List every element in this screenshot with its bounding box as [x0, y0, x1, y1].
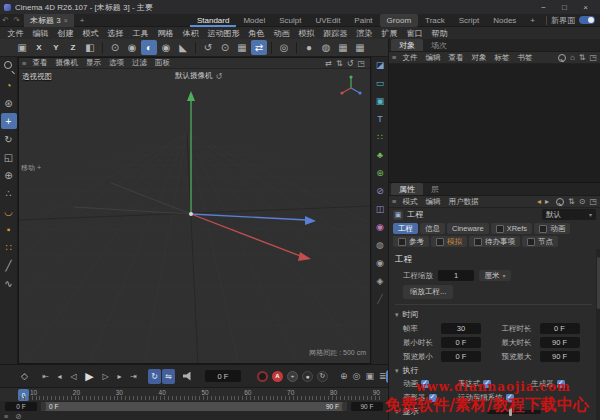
play-backward-button[interactable]: ◂ — [53, 369, 66, 384]
layout-tab[interactable]: Script — [452, 14, 486, 27]
polygon-mode[interactable]: ▪ — [1, 221, 17, 237]
layout-tab[interactable]: Track — [418, 14, 452, 27]
spline-sketch-tool[interactable]: ∿ — [1, 275, 17, 291]
field-value[interactable]: 0 F — [441, 337, 481, 348]
scale-tool[interactable]: ◱ — [1, 149, 17, 165]
record-rotation-button[interactable]: ↻ — [317, 371, 328, 382]
status-busy-icon[interactable]: ⊘ — [15, 412, 21, 420]
menu-item[interactable]: 窗口 — [402, 28, 427, 39]
execution-group-header[interactable]: ▾ 执行 — [395, 365, 592, 376]
om-home-icon[interactable]: ⌂ — [570, 53, 575, 62]
viewport-canvas[interactable]: 透视视图 默认摄像机 ↺ 移动 + 网格间距 : 500 cm — [19, 69, 370, 363]
add-document-tab-button[interactable]: + — [74, 16, 91, 25]
render-settings-button[interactable]: ◐ — [141, 40, 157, 55]
om-menu-item[interactable]: 书签 — [513, 53, 536, 63]
time-group-header[interactable]: ▾ 时间 — [395, 309, 592, 320]
document-tab[interactable]: 未标题 3 × — [24, 14, 74, 27]
panel-tab[interactable]: 场次 — [423, 39, 455, 51]
field-value[interactable]: 0 F — [540, 323, 580, 334]
snap-time-icon[interactable]: ⊕ — [340, 371, 348, 381]
rotate-tool[interactable]: ↻ — [1, 131, 17, 147]
vp-pan-icon[interactable]: ⇄ — [325, 59, 332, 68]
history-cycle-icon[interactable]: ⊙ — [217, 40, 233, 55]
keyframe-selection-button[interactable]: + — [287, 371, 298, 382]
am-search-icon[interactable] — [553, 196, 564, 207]
toolbar-icon[interactable] — [271, 42, 272, 54]
am-lock-icon[interactable]: ⊙ — [579, 197, 586, 206]
menu-item[interactable]: 角色 — [244, 28, 269, 39]
asset-browser-icon[interactable]: ◪ — [373, 58, 387, 72]
field-value[interactable]: 30 — [441, 323, 481, 334]
viewport-menu-item[interactable]: 面板 — [151, 58, 174, 68]
setting-tab-button[interactable]: 待办事项 — [469, 236, 520, 247]
layout-tab[interactable]: Groom — [380, 14, 418, 27]
maximize-button[interactable]: □ — [554, 0, 575, 14]
physical-sky-icon[interactable]: ◍ — [373, 238, 387, 252]
vp-dolly-icon[interactable]: ⇅ — [336, 59, 343, 68]
light-object-icon[interactable]: ◈ — [373, 274, 387, 288]
viewport-menu-item[interactable]: 选项 — [105, 58, 128, 68]
layout-tab[interactable]: Sculpt — [272, 14, 308, 27]
menu-item[interactable]: 选择 — [103, 28, 128, 39]
deformer-icon[interactable]: ◫ — [373, 202, 387, 216]
field-icon[interactable]: ⊘ — [373, 184, 387, 198]
project-scale-field[interactable]: 1 — [438, 270, 474, 281]
viewport-menu-item[interactable]: 显示 — [82, 58, 105, 68]
setting-tab-button[interactable]: 节点 — [522, 236, 558, 247]
om-menu-item[interactable]: 编辑 — [421, 53, 444, 63]
timeline-ruler[interactable]: 0 102030405060708090 — [0, 387, 388, 401]
status-menu-icon[interactable]: ≡ — [4, 412, 8, 420]
point-mode[interactable]: ∴ — [1, 185, 17, 201]
coord-system-icon[interactable]: ◧ — [82, 40, 98, 55]
layout-tab[interactable]: Standard — [190, 14, 236, 27]
viewport-menu-item[interactable]: 摄像机 — [51, 58, 82, 68]
setting-tab-button[interactable]: 模拟 — [431, 236, 467, 247]
om-menu-item[interactable]: 对象 — [467, 53, 490, 63]
panel-tab[interactable]: 属性 — [391, 183, 423, 195]
om-filter-icon[interactable]: ⇅ — [579, 53, 586, 62]
am-menu-item[interactable]: 编辑 — [421, 197, 444, 207]
axis-gizmo[interactable] — [339, 74, 363, 98]
mograph-icon[interactable]: ♣ — [373, 148, 387, 162]
landscape-icon[interactable]: ▦ — [335, 40, 351, 55]
vp-orbit-icon[interactable]: ↺ — [347, 59, 354, 68]
cloner-icon[interactable]: ∷ — [373, 130, 387, 144]
panel-tab[interactable]: 层 — [423, 183, 447, 195]
landscape-menu[interactable]: ▦ — [352, 40, 368, 55]
viewport-burger-icon[interactable]: ≡ — [22, 59, 26, 68]
live-selection-tool[interactable] — [1, 59, 17, 75]
solo-mode-icon[interactable]: ◎ — [353, 371, 361, 381]
menu-item[interactable]: 创建 — [53, 28, 78, 39]
om-menu-item[interactable]: 文件 — [398, 53, 421, 63]
menu-item[interactable]: 模式 — [78, 28, 103, 39]
setting-tab-button[interactable]: Cineware — [447, 223, 489, 234]
primitive-sphere-menu[interactable]: ● — [301, 40, 317, 55]
range-end-field[interactable]: 90 F — [351, 402, 383, 411]
interactive-render-icon[interactable]: ◣ — [175, 40, 191, 55]
box-mode-icon[interactable]: ▣ — [365, 371, 374, 381]
am-back-icon[interactable]: ◂ — [537, 197, 541, 206]
current-frame-field[interactable]: 0 F — [205, 370, 241, 382]
selection-menu-tool[interactable]: ◔ — [1, 77, 17, 93]
range-start-field[interactable]: 0 F — [5, 402, 37, 411]
menu-item[interactable]: 渲染 — [352, 28, 377, 39]
setting-tab-button[interactable]: 信息 — [420, 223, 445, 234]
render-picture-viewer-button[interactable]: ◉ — [124, 40, 140, 55]
om-menu-item[interactable]: 标签 — [490, 53, 513, 63]
attribute-scrollbar[interactable] — [596, 249, 600, 420]
render-menu-button[interactable]: ◉ — [158, 40, 174, 55]
record-position-button[interactable]: ● — [302, 371, 313, 382]
toolbar-icon[interactable] — [296, 42, 297, 54]
viewport-menu-item[interactable]: 查看 — [28, 58, 51, 68]
menu-item[interactable]: 编辑 — [28, 28, 53, 39]
undo-icon[interactable]: ↶ — [0, 16, 11, 25]
goto-start-button[interactable]: ⇤ — [39, 369, 52, 384]
sound-toggle-icon[interactable] — [183, 372, 193, 381]
material-icon[interactable]: ╱ — [373, 292, 387, 306]
play-button[interactable]: ▶ — [81, 369, 98, 384]
preset-dropdown[interactable]: 默认 ▾ — [542, 209, 596, 220]
am-burger-icon[interactable]: ≡ — [392, 197, 396, 206]
generator-sphere-menu[interactable]: ◍ — [318, 40, 334, 55]
camera-label[interactable]: 默认摄像机 ↺ — [175, 71, 222, 81]
set-keyframe-button[interactable]: ◇ — [18, 369, 31, 384]
